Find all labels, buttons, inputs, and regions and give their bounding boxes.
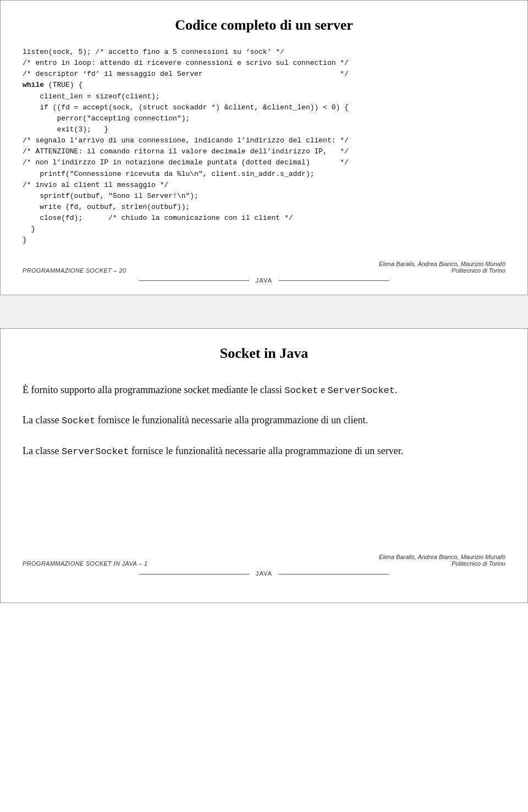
para2-suffix: fornisce le funzionalità necessarie alla… — [95, 415, 368, 426]
para1-code2: ServerSocket — [328, 385, 395, 396]
para3-suffix: fornisce le funzionalità necessarie alla… — [129, 445, 403, 456]
footer-left-label: PROGRAMMAZIONE SOCKET – 20 — [23, 267, 126, 274]
slide-bottom: Socket in Java È fornito supporto alla p… — [0, 328, 528, 603]
para1-prefix: È fornito supporto alla programmazione s… — [23, 384, 284, 395]
paragraph-2: La classe Socket fornisce le funzionalit… — [23, 412, 505, 429]
slide-bottom-title: Socket in Java — [23, 345, 505, 362]
paragraph-3: La classe ServerSocket fornisce le funzi… — [23, 443, 505, 460]
footer-author-bottom: Elena Baralis, Andrea Bianco, Maurizio M… — [379, 554, 505, 560]
slide-bottom-footer: PROGRAMMAZIONE SOCKET IN JAVA – 1 Elena … — [23, 549, 505, 567]
para1-code1: Socket — [284, 385, 318, 396]
page: Codice completo di un server listen(sock… — [0, 0, 528, 603]
footer-divider-top: JAVA — [23, 277, 505, 284]
footer-institution-bottom: Politecnico di Torino — [379, 560, 505, 567]
bottom-spacer — [23, 473, 505, 539]
para3-code: ServerSocket — [62, 446, 129, 457]
footer-right-attribution-bottom: Elena Baralis, Andrea Bianco, Maurizio M… — [379, 554, 505, 567]
para1-mid: e — [318, 384, 328, 395]
footer-institution: Politecnico di Torino — [379, 267, 505, 274]
footer-divider-bottom: JAVA — [23, 570, 505, 577]
para3-prefix: La classe — [23, 445, 62, 456]
slide-gap — [0, 295, 528, 328]
para2-code: Socket — [62, 416, 95, 426]
para1-suffix: . — [395, 384, 398, 395]
code-block: listen(sock, 5); /* accetto fino a 5 con… — [23, 47, 505, 246]
slide-top-footer: PROGRAMMAZIONE SOCKET – 20 Elena Baralis… — [23, 256, 505, 274]
footer-left-label-bottom: PROGRAMMAZIONE SOCKET IN JAVA – 1 — [23, 560, 147, 567]
para2-prefix: La classe — [23, 415, 62, 426]
paragraph-1: È fornito supporto alla programmazione s… — [23, 382, 505, 399]
slide-top-title: Codice completo di un server — [23, 17, 505, 34]
slide-top: Codice completo di un server listen(sock… — [0, 0, 528, 295]
footer-author: Elena Baralis, Andrea Bianco, Maurizio M… — [379, 261, 505, 267]
footer-right-attribution: Elena Baralis, Andrea Bianco, Maurizio M… — [379, 261, 505, 274]
